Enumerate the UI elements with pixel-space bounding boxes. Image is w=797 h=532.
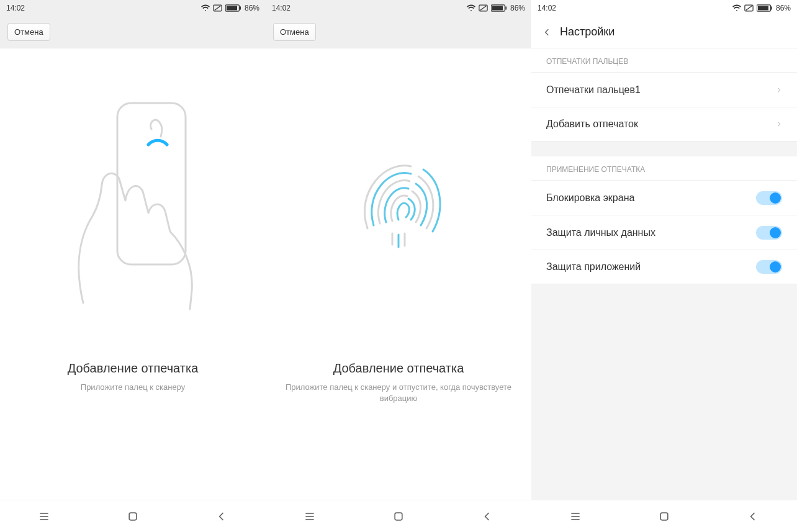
no-sim-icon [479,4,488,12]
section-usage-label: ПРИМЕНЕНИЕ ОТПЕЧАТКА [531,156,797,180]
home-icon[interactable] [658,510,670,523]
cancel-button[interactable]: Отмена [273,23,316,41]
row-label: Защита личных данных [546,227,655,238]
svg-rect-9 [129,513,137,520]
wifi-icon [467,4,475,12]
add-fingerprint-title: Добавление отпечатка [333,361,464,376]
hand-illustration [0,48,266,359]
status-bar: 14:02 86% [266,0,531,16]
svg-rect-4 [240,6,241,9]
section-spacer [531,142,797,156]
battery-icon [225,4,241,12]
no-sim-icon [744,4,754,12]
wifi-icon [201,4,210,12]
add-fingerprint-title: Добавление отпечатка [68,361,199,376]
chevron-right-icon [776,85,782,95]
row-apps[interactable]: Защита приложений [531,250,797,284]
add-fingerprint-subtitle: Приложите палец к сканеру [66,376,200,393]
battery-percent: 86% [776,4,791,12]
screen-2: 14:02 86% Отмена [266,0,531,532]
fingerprint-illustration [266,48,531,359]
status-icons: 86% [732,4,791,12]
recents-icon[interactable] [38,510,50,523]
battery-icon [491,4,507,12]
svg-rect-26 [771,6,772,9]
row-label: Блокировка экрана [546,192,634,204]
row-label: Добавить отпечаток [546,119,638,130]
settings-header: Настройки [531,16,797,48]
header-bar: Отмена [266,16,531,48]
svg-line-11 [480,6,487,10]
content: Добавление отпечатка Приложите палец к с… [266,48,531,500]
battery-icon [757,4,773,12]
svg-rect-21 [395,513,402,520]
header-bar: Отмена [0,16,266,48]
cancel-button[interactable]: Отмена [7,23,50,41]
row-label: Защита приложений [546,261,641,273]
status-bar: 14:02 86% [0,0,266,16]
toggle-apps[interactable] [756,260,782,274]
home-icon[interactable] [127,510,139,523]
recents-icon[interactable] [304,510,316,523]
nav-bar [531,500,797,532]
section-fingerprints-label: ОТПЕЧАТКИ ПАЛЬЦЕВ [531,48,797,72]
chevron-right-icon [776,119,782,129]
back-icon[interactable] [481,510,493,523]
row-fingerprint-1[interactable]: Отпечатки пальцев1 [531,72,797,107]
battery-percent: 86% [510,4,525,12]
row-privacy[interactable]: Защита личных данных [531,215,797,250]
nav-bar [266,500,531,532]
svg-rect-30 [660,513,668,520]
no-sim-icon [213,4,222,12]
svg-line-1 [215,6,221,10]
home-icon[interactable] [392,510,405,523]
svg-rect-13 [492,6,503,11]
nav-bar [0,500,266,532]
status-time: 14:02 [538,4,556,12]
toggle-lockscreen[interactable] [756,191,782,205]
back-icon[interactable] [747,510,759,523]
status-icons: 86% [201,4,259,12]
wifi-icon [732,4,741,12]
battery-percent: 86% [245,4,259,12]
row-label: Отпечатки пальцев1 [546,84,641,96]
recents-icon[interactable] [569,510,582,523]
screen-3: 14:02 86% Настройки ОТПЕЧАТКИ ПАЛЬЦЕВ От… [531,0,797,532]
toggle-privacy[interactable] [756,226,782,240]
back-icon[interactable] [215,510,228,523]
screen-1: 14:02 86% Отмена Добавление отпечатка Пр… [0,0,266,532]
back-chevron-icon[interactable] [543,26,551,38]
svg-rect-25 [758,6,768,11]
status-time: 14:02 [272,4,290,12]
empty-fill [531,284,797,500]
content: Добавление отпечатка Приложите палец к с… [0,48,266,500]
svg-rect-3 [227,6,237,11]
add-fingerprint-subtitle: Приложите палец к сканеру и отпустите, к… [266,376,531,404]
row-add-fingerprint[interactable]: Добавить отпечаток [531,107,797,142]
row-lockscreen[interactable]: Блокировка экрана [531,180,797,215]
status-time: 14:02 [6,4,25,12]
settings-title: Настройки [560,25,615,38]
status-bar: 14:02 86% [531,0,797,16]
svg-rect-14 [505,6,507,9]
status-icons: 86% [467,4,525,12]
svg-line-23 [746,6,752,10]
